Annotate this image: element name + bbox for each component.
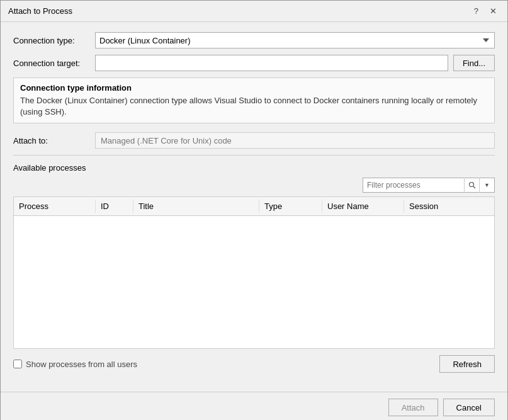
show-all-users-label[interactable]: Show processes from all users: [13, 360, 137, 369]
available-processes-label: Available processes: [13, 163, 495, 173]
connection-target-input[interactable]: [95, 55, 448, 71]
table-body: [14, 216, 494, 348]
col-id: ID: [96, 200, 133, 213]
col-title: Title: [133, 200, 259, 213]
svg-point-0: [469, 183, 473, 187]
search-icon[interactable]: [464, 178, 479, 193]
dialog-content: Connection type: Docker (Linux Container…: [1, 22, 507, 392]
svg-line-1: [473, 186, 475, 188]
attach-to-input[interactable]: [95, 132, 495, 149]
cancel-button[interactable]: Cancel: [443, 399, 495, 416]
process-table-container: Process ID Title Type User Name Session: [13, 196, 495, 349]
connection-type-row: Connection type: Docker (Linux Container…: [13, 32, 495, 48]
close-button[interactable]: ✕: [487, 6, 500, 16]
info-section-text: The Docker (Linux Container) connection …: [20, 95, 488, 118]
refresh-button[interactable]: Refresh: [439, 355, 495, 373]
connection-type-control: Docker (Linux Container)LocalSSHDefault: [95, 32, 495, 48]
attach-button[interactable]: Attach: [388, 399, 438, 416]
connection-target-row: Connection target: Find...: [13, 55, 495, 71]
filter-input-wrap: ▼: [363, 178, 495, 193]
bottom-row: Show processes from all users Refresh: [13, 355, 495, 373]
connection-type-label: Connection type:: [13, 36, 95, 45]
dialog-title: Attach to Process: [8, 6, 72, 16]
filter-processes-input[interactable]: [363, 178, 464, 192]
attach-to-label: Attach to:: [13, 136, 95, 145]
title-bar-controls: ? ✕: [471, 6, 500, 16]
filter-row: ▼: [13, 178, 495, 193]
attach-to-process-dialog: Attach to Process ? ✕ Connection type: D…: [0, 0, 508, 420]
help-button[interactable]: ?: [471, 6, 482, 16]
section-divider: [13, 155, 495, 156]
col-type: Type: [259, 200, 322, 213]
title-bar: Attach to Process ? ✕: [1, 1, 507, 22]
info-section-title: Connection type information: [20, 83, 488, 93]
connection-target-control: Find...: [95, 55, 495, 71]
col-process: Process: [14, 200, 96, 213]
show-all-users-checkbox[interactable]: [13, 360, 22, 368]
connection-target-label: Connection target:: [13, 59, 95, 68]
find-button[interactable]: Find...: [453, 55, 495, 71]
table-header-row: Process ID Title Type User Name Session: [14, 197, 494, 216]
col-session: Session: [404, 200, 467, 213]
info-section: Connection type information The Docker (…: [13, 77, 495, 123]
attach-to-row: Attach to:: [13, 132, 495, 149]
show-all-users-text: Show processes from all users: [26, 360, 137, 369]
dropdown-arrow-icon[interactable]: ▼: [479, 178, 494, 193]
connection-type-select[interactable]: Docker (Linux Container)LocalSSHDefault: [95, 32, 495, 48]
col-username: User Name: [322, 200, 404, 213]
dialog-footer: Attach Cancel: [1, 392, 507, 420]
